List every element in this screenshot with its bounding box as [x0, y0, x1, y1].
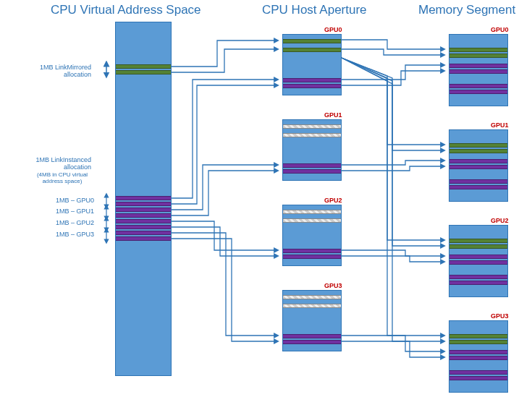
cha-gpu3-p1 [283, 334, 341, 338]
label-gpu2: 1MB – GPU2 [51, 219, 94, 226]
label-mirrored: 1MB LinkMirrored allocation [12, 64, 91, 78]
cva-mirrored-stripe-1 [116, 64, 171, 69]
cha-gpu1 [282, 119, 342, 181]
ms-gpu1-g1 [449, 143, 507, 148]
cva-instanced-gpu2-a [116, 219, 171, 223]
ms-gpu1-p4 [449, 185, 507, 189]
ms-gpu0-p2 [449, 69, 507, 74]
cha-gpu3 [282, 290, 342, 351]
ms-gpu0-label: GPU0 [491, 26, 509, 33]
label-instanced-note: (4MB in CPU virtual address space) [33, 171, 91, 184]
label-gpu0: 1MB – GPU0 [51, 197, 94, 204]
cva-instanced-gpu1-a [116, 208, 171, 212]
label-instanced: 1MB LinkInstanced allocation [12, 156, 91, 171]
ms-gpu2-p1 [449, 255, 507, 259]
cha-gpu0-g2 [283, 48, 341, 52]
ms-gpu2-p3 [449, 275, 507, 279]
ms-gpu2-g1 [449, 239, 507, 243]
ms-gpu0-p1 [449, 64, 507, 68]
ms-gpu0-g2 [449, 54, 507, 58]
cha-gpu2-p2 [283, 255, 341, 259]
ms-gpu1 [449, 129, 508, 202]
ms-gpu0-p4 [449, 90, 507, 94]
ms-gpu2-g2 [449, 244, 507, 249]
ms-gpu1-p2 [449, 165, 507, 169]
cha-gpu3-h2 [283, 304, 341, 308]
ms-gpu2-label: GPU2 [491, 217, 509, 224]
ms-gpu3 [449, 320, 508, 393]
cha-gpu3-label: GPU3 [324, 282, 342, 289]
label-gpu1: 1MB – GPU1 [51, 208, 94, 215]
cha-gpu0-g1 [283, 39, 341, 43]
ms-gpu3-p3 [449, 370, 507, 375]
ms-gpu2-p4 [449, 281, 507, 285]
ms-gpu0-g1 [449, 48, 507, 52]
cha-gpu1-p2 [283, 169, 341, 174]
title-cva: CPU Virtual Address Space [51, 3, 201, 17]
ms-gpu3-label: GPU3 [491, 312, 509, 320]
cha-gpu1-label: GPU1 [324, 111, 342, 119]
ms-gpu1-p3 [449, 179, 507, 184]
ms-gpu3-g2 [449, 340, 507, 344]
cha-gpu2-p1 [283, 249, 341, 253]
ms-gpu0 [449, 34, 508, 106]
cva-instanced-gpu3-b [116, 236, 171, 241]
cha-gpu1-p1 [283, 163, 341, 168]
title-ms: Memory Segment [418, 3, 515, 17]
ms-gpu3-p2 [449, 356, 507, 360]
ms-gpu1-p1 [449, 159, 507, 163]
label-gpu3: 1MB – GPU3 [51, 231, 94, 238]
cha-gpu1-h1 [283, 124, 341, 129]
cha-gpu2-h2 [283, 218, 341, 223]
cva-instanced-gpu1-b [116, 213, 171, 218]
title-cha: CPU Host Aperture [262, 3, 367, 17]
ms-gpu2-p2 [449, 260, 507, 265]
cha-gpu0-p1 [283, 78, 341, 82]
cva-instanced-gpu3-a [116, 231, 171, 235]
cva-column [115, 22, 172, 376]
cha-gpu2-h1 [283, 210, 341, 214]
ms-gpu3-g1 [449, 334, 507, 338]
ms-gpu1-g2 [449, 149, 507, 153]
cva-mirrored-stripe-2 [116, 70, 171, 74]
cha-gpu2 [282, 205, 342, 266]
cva-instanced-gpu2-b [116, 225, 171, 229]
ms-gpu3-p1 [449, 350, 507, 354]
cha-gpu3-p2 [283, 340, 341, 344]
cva-instanced-gpu0-a [116, 196, 171, 200]
cva-instanced-gpu0-b [116, 202, 171, 206]
cha-gpu0-label: GPU0 [324, 26, 342, 33]
ms-gpu0-p3 [449, 84, 507, 88]
cha-gpu2-label: GPU2 [324, 197, 342, 204]
cha-gpu1-h2 [283, 133, 341, 137]
cha-gpu0-p2 [283, 84, 341, 88]
cha-gpu3-h1 [283, 295, 341, 299]
ms-gpu1-label: GPU1 [491, 121, 509, 129]
cha-gpu0 [282, 34, 342, 95]
ms-gpu2 [449, 225, 508, 297]
ms-gpu3-p4 [449, 376, 507, 380]
